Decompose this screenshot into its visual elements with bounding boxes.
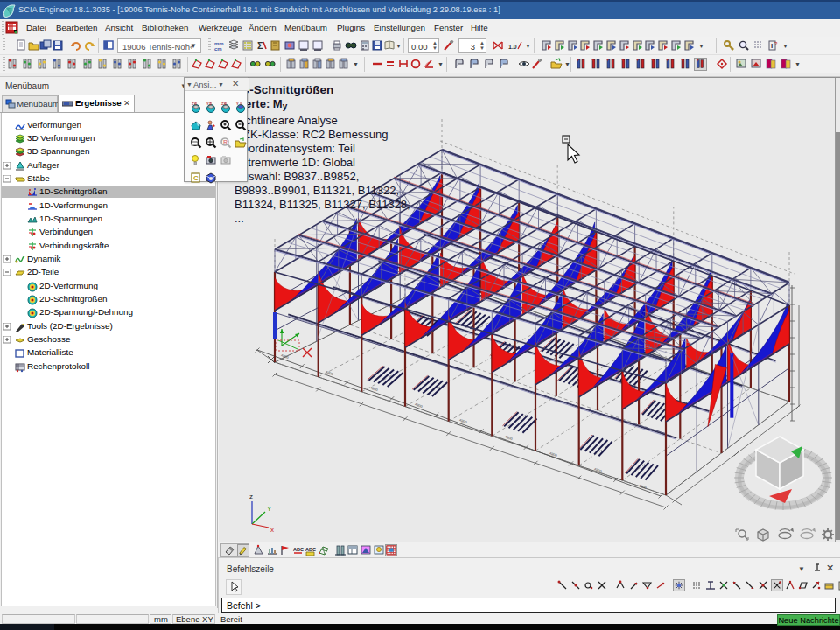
svg-text:z: z (249, 493, 253, 500)
svg-text:?: ? (774, 41, 778, 46)
svg-text:1.0: 1.0 (508, 44, 517, 50)
svg-text:R: R (223, 139, 228, 145)
svg-text:ABC: ABC (293, 547, 304, 552)
svg-text:C: C (193, 174, 199, 182)
svg-text:cm: cm (214, 46, 222, 52)
svg-text:4800: 4800 (414, 402, 424, 409)
svg-text:ABC: ABC (305, 547, 316, 552)
svg-text:I: I (771, 42, 773, 50)
svg-text:Y: Y (236, 102, 239, 106)
svg-text:4800: 4800 (325, 369, 334, 376)
svg-text:x: x (270, 526, 274, 534)
svg-text:4800: 4800 (638, 483, 648, 490)
svg-text:Σ: Σ (257, 40, 263, 51)
svg-text:Y: Y (267, 505, 272, 513)
